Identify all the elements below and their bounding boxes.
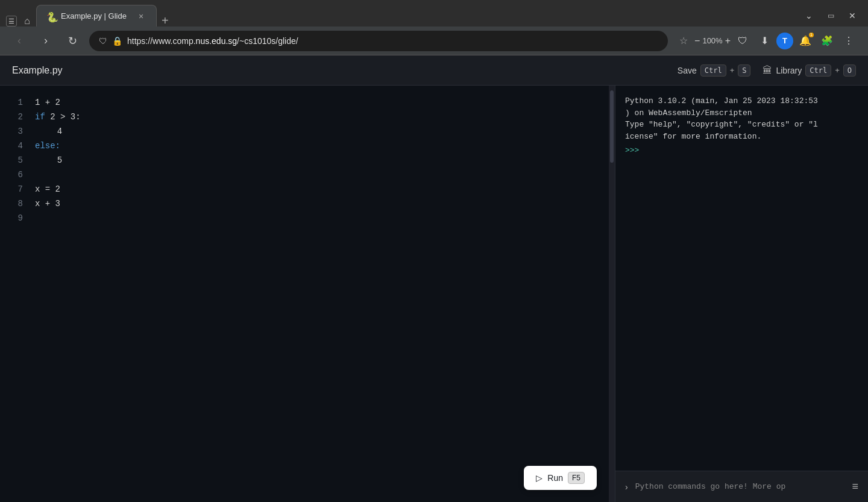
- header-actions: Save Ctrl + S 🏛 Library Ctrl + O: [678, 64, 856, 77]
- browser-window: ☰ ⌂ 🐍 Example.py | Glide × + ⌄ ▭ ✕ ‹ › ↻…: [0, 0, 868, 502]
- notification-button[interactable]: 🔔 1: [796, 31, 815, 51]
- code-line-3: 4: [35, 124, 610, 139]
- code-line-9: [35, 211, 610, 225]
- code-line-1: 1 + 2: [35, 95, 610, 110]
- new-tab-button[interactable]: +: [157, 14, 174, 27]
- repl-panel: Python 3.10.2 (main, Jan 25 2023 18:32:5…: [615, 86, 868, 502]
- chrome-close-button[interactable]: ✕: [844, 7, 861, 24]
- line-num-1: 1: [0, 95, 23, 110]
- forward-button[interactable]: ›: [36, 31, 55, 51]
- url-suffix: /~cs1010s/glide/: [237, 36, 298, 46]
- zoom-control: − 100% +: [694, 36, 731, 46]
- library-icon: 🏛: [763, 65, 772, 76]
- library-button[interactable]: 🏛 Library Ctrl + O: [763, 64, 856, 77]
- menu-button[interactable]: ⋮: [839, 31, 858, 51]
- repl-welcome-text: Python 3.10.2 (main, Jan 25 2023 18:32:5…: [625, 95, 858, 142]
- library-plus: +: [835, 66, 840, 75]
- save-button[interactable]: Save Ctrl + S: [678, 64, 751, 77]
- repl-prompt: >>>: [625, 145, 858, 157]
- library-o-key: O: [843, 64, 856, 77]
- shield-icon: 🛡: [99, 36, 107, 46]
- app-content: Example.py Save Ctrl + S 🏛 Library Ctrl …: [0, 55, 868, 502]
- run-shortcut: F5: [568, 472, 585, 484]
- line-num-6: 6: [0, 168, 23, 182]
- line-num-3: 3: [0, 124, 23, 139]
- code-line-6: [35, 168, 610, 182]
- shield-toolbar-icon[interactable]: 🛡: [733, 31, 752, 51]
- active-tab[interactable]: 🐍 Example.py | Glide ×: [36, 5, 157, 27]
- zoom-out-button[interactable]: −: [694, 36, 700, 46]
- repl-menu-button[interactable]: ≡: [852, 480, 858, 493]
- bookmark-icon[interactable]: ☆: [675, 33, 692, 49]
- repl-output: Python 3.10.2 (main, Jan 25 2023 18:32:5…: [615, 86, 868, 471]
- notification-badge: 1: [809, 33, 814, 37]
- zoom-level: 100%: [702, 36, 722, 45]
- tab-favicon: 🐍: [46, 11, 56, 21]
- library-label: Library: [776, 66, 802, 75]
- run-label: Run: [547, 473, 563, 483]
- code-line-2: if 2 > 3:: [35, 110, 610, 124]
- code-line-7: x = 2: [35, 182, 610, 196]
- back-button[interactable]: ‹: [10, 31, 29, 51]
- line-num-4: 4: [0, 139, 23, 153]
- extensions-icon[interactable]: 🧩: [817, 31, 837, 51]
- toolbar-right: ☆ − 100% + 🛡 ⬇ T 🔔 1 🧩 ⋮: [675, 31, 858, 51]
- download-icon[interactable]: ⬇: [755, 31, 774, 51]
- play-icon: ▷: [536, 473, 542, 483]
- tab-title: Example.py | Glide: [61, 11, 131, 20]
- main-area: 1 2 3 4 5 6 7 8 9 1 + 2 if 2 > 3: 4: [0, 86, 868, 502]
- run-area: ▷ Run F5: [524, 466, 597, 490]
- reload-button[interactable]: ↻: [63, 31, 82, 51]
- address-bar: ‹ › ↻ 🛡 🔒 https://www.comp.nus.edu.sg/~c…: [0, 27, 868, 55]
- profile-button[interactable]: T: [776, 33, 793, 49]
- tab-bar-right: ⌄ ▭ ✕: [174, 7, 868, 27]
- chrome-restore-button[interactable]: ▭: [822, 7, 839, 24]
- run-button[interactable]: ▷ Run F5: [524, 466, 597, 490]
- save-plus: +: [730, 66, 735, 75]
- line-numbers: 1 2 3 4 5 6 7 8 9: [0, 86, 30, 502]
- save-label: Save: [678, 66, 697, 75]
- url-prefix: https://www.comp.: [127, 36, 196, 46]
- tab-bar: ☰ ⌂ 🐍 Example.py | Glide × + ⌄ ▭ ✕: [0, 0, 868, 27]
- line-num-8: 8: [0, 196, 23, 211]
- url-bar[interactable]: 🛡 🔒 https://www.comp.nus.edu.sg/~cs1010s…: [89, 31, 668, 51]
- home-icon[interactable]: ⌂: [24, 16, 30, 27]
- app-header: Example.py Save Ctrl + S 🏛 Library Ctrl …: [0, 55, 868, 86]
- lock-icon: 🔒: [112, 36, 122, 46]
- sidebar-toggle-icon[interactable]: ☰: [6, 16, 17, 27]
- line-num-9: 9: [0, 211, 23, 225]
- code-content[interactable]: 1 + 2 if 2 > 3: 4 else: 5 x = 2 x + 3: [30, 86, 615, 502]
- chrome-minimize-button[interactable]: ⌄: [800, 7, 817, 24]
- code-line-8: x + 3: [35, 196, 610, 211]
- repl-input-field[interactable]: Python commands go here! More op: [635, 482, 845, 491]
- line-num-5: 5: [0, 153, 23, 168]
- line-num-7: 7: [0, 182, 23, 196]
- app-title: Example.py: [12, 65, 63, 76]
- scrollbar-thumb[interactable]: [610, 90, 614, 163]
- tab-spacer: ☰ ⌂: [0, 16, 36, 27]
- code-line-5: 5: [35, 153, 610, 168]
- save-ctrl-key: Ctrl: [700, 64, 726, 77]
- url-display: https://www.comp.nus.edu.sg/~cs1010s/gli…: [127, 36, 298, 46]
- line-num-2: 2: [0, 110, 23, 124]
- tab-close-button[interactable]: ×: [136, 11, 146, 22]
- code-editor[interactable]: 1 2 3 4 5 6 7 8 9 1 + 2 if 2 > 3: 4: [0, 86, 615, 502]
- repl-input-bar: › Python commands go here! More op ≡: [615, 471, 868, 502]
- code-line-4: else:: [35, 139, 610, 153]
- save-s-key: S: [738, 64, 750, 77]
- repl-chevron-icon[interactable]: ›: [625, 482, 628, 492]
- library-ctrl-key: Ctrl: [805, 64, 831, 77]
- zoom-in-button[interactable]: +: [725, 36, 731, 46]
- editor-scrollbar[interactable]: [609, 86, 615, 502]
- url-domain: nus.edu.sg: [196, 36, 237, 46]
